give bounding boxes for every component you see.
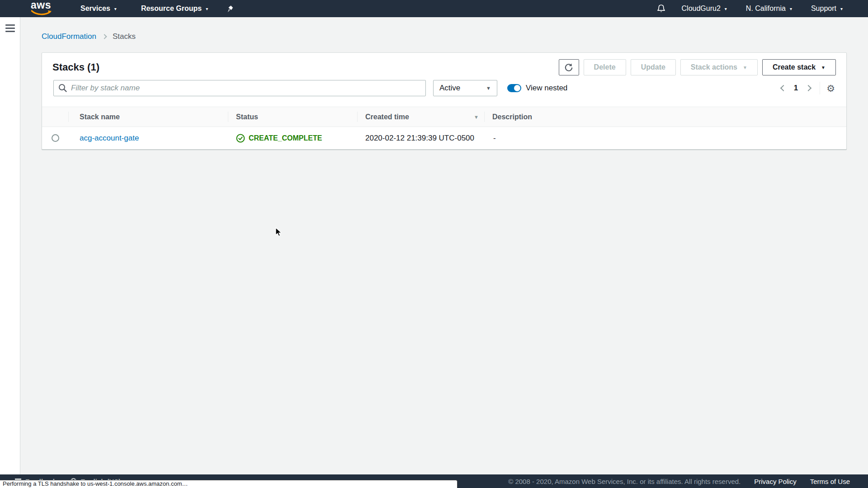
chevron-down-icon: ▾ [840, 6, 843, 11]
stack-actions-button[interactable]: Stack actions ▼ [680, 59, 758, 75]
pagination: 1 ⚙ [781, 82, 835, 94]
page-title: Stacks (1) [52, 61, 99, 73]
row-select-cell [42, 134, 68, 142]
update-button[interactable]: Update [631, 59, 676, 75]
status-cell: CREATE_COMPLETE [228, 134, 357, 143]
created-time-cell: 2020-02-12 21:39:39 UTC-0500 [357, 134, 484, 143]
check-circle-icon [236, 134, 245, 143]
breadcrumb-current-page: Stacks [113, 32, 136, 41]
panel-header: Stacks (1) Delete Update Stack actions ▼ [42, 53, 846, 79]
search-icon [58, 84, 67, 92]
chevron-down-icon: ▼ [821, 65, 826, 70]
stack-name-link[interactable]: acg-account-gate [80, 134, 139, 142]
nav-account-menu[interactable]: CloudGuru2 ▾ [682, 5, 727, 13]
stack-name-cell: acg-account-gate [68, 134, 228, 143]
stacks-table: Stack name Status Created time ▼ Descrip… [42, 107, 846, 149]
stacks-panel: Stacks (1) Delete Update Stack actions ▼ [42, 52, 847, 150]
breadcrumb-cloudformation-link[interactable]: CloudFormation [42, 32, 96, 41]
breadcrumb: CloudFormation Stacks [42, 32, 136, 41]
current-page-number: 1 [794, 84, 798, 93]
status-badge: CREATE_COMPLETE [249, 134, 322, 142]
nav-region-selector[interactable]: N. California ▾ [746, 5, 792, 13]
select-column-header [42, 107, 68, 127]
view-nested-toggle[interactable] [507, 84, 521, 92]
privacy-policy-link[interactable]: Privacy Policy [754, 478, 796, 485]
left-sidebar [0, 17, 20, 474]
previous-page-icon[interactable] [780, 85, 787, 91]
chevron-down-icon: ▼ [743, 65, 747, 70]
hamburger-menu-icon[interactable] [5, 24, 15, 32]
status-filter-dropdown[interactable]: Active ▼ [433, 80, 497, 96]
refresh-icon [564, 63, 573, 72]
notifications-bell-icon[interactable] [657, 4, 665, 13]
footer-right-group: © 2008 - 2020, Amazon Web Services, Inc.… [508, 478, 850, 485]
chevron-down-icon: ▾ [114, 6, 117, 11]
stack-filter-input[interactable] [53, 80, 426, 96]
chevron-down-icon: ▾ [790, 6, 792, 11]
toggle-knob [514, 85, 520, 91]
view-nested-label: View nested [526, 84, 567, 93]
breadcrumb-chevron-icon [102, 34, 107, 39]
sort-descending-icon: ▼ [474, 114, 479, 120]
nav-resource-groups[interactable]: Resource Groups ▾ [141, 5, 208, 13]
column-header-created-time[interactable]: Created time ▼ [357, 107, 484, 127]
filter-row: Active ▼ View nested 1 ⚙ [42, 80, 846, 96]
column-header-stack-name[interactable]: Stack name [68, 107, 228, 127]
chevron-down-icon: ▾ [206, 6, 208, 11]
row-radio-button[interactable] [52, 134, 59, 142]
create-stack-button[interactable]: Create stack ▼ [762, 59, 836, 75]
divider [820, 82, 820, 94]
chevron-down-icon: ▼ [486, 85, 491, 91]
copyright-text: © 2008 - 2020, Amazon Web Services, Inc.… [508, 478, 741, 485]
topnav-right-group: CloudGuru2 ▾ N. California ▾ Support ▾ [657, 4, 868, 13]
main-content-area: CloudFormation Stacks Stacks (1) Delete … [0, 17, 868, 474]
pushpin-icon[interactable] [227, 5, 234, 13]
chevron-down-icon: ▾ [725, 6, 727, 11]
nav-support-menu[interactable]: Support ▾ [811, 5, 843, 13]
nav-services[interactable]: Services ▾ [80, 5, 117, 13]
browser-status-bar: Performing a TLS handshake to us-west-1.… [0, 480, 458, 488]
column-header-description: Description [484, 107, 846, 127]
aws-logo-swoosh-icon [31, 10, 52, 16]
top-navigation-bar: aws Services ▾ Resource Groups ▾ CloudGu… [0, 0, 868, 17]
description-cell: - [484, 134, 846, 143]
next-page-icon[interactable] [805, 85, 811, 91]
terms-of-use-link[interactable]: Terms of Use [810, 478, 850, 485]
table-row[interactable]: acg-account-gate CREATE_COMPLETE 2020-02… [42, 127, 846, 149]
aws-logo[interactable]: aws [31, 0, 52, 17]
stacks-count: (1) [87, 61, 99, 73]
column-header-status[interactable]: Status [228, 107, 357, 127]
gear-icon[interactable]: ⚙ [826, 84, 835, 93]
aws-logo-text: aws [31, 0, 52, 10]
delete-button[interactable]: Delete [584, 59, 626, 75]
search-box [53, 80, 426, 96]
refresh-button[interactable] [559, 59, 579, 75]
toolbar: Delete Update Stack actions ▼ Create sta… [559, 59, 836, 75]
table-header-row: Stack name Status Created time ▼ Descrip… [42, 107, 846, 127]
